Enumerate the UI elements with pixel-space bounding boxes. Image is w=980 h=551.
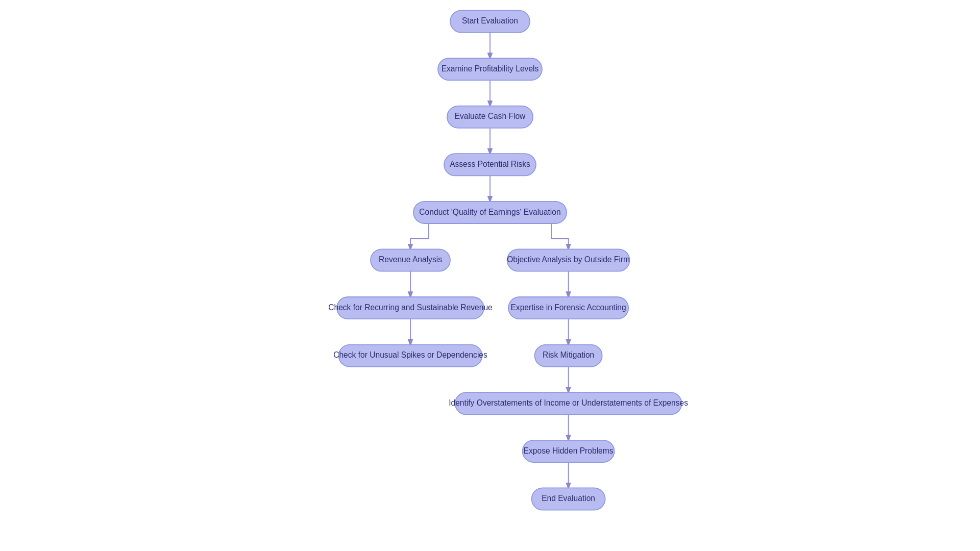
label-objective: Objective Analysis by Outside Firm xyxy=(507,255,630,264)
label-examine: Examine Profitability Levels xyxy=(442,64,539,73)
label-start: Start Evaluation xyxy=(462,16,518,25)
label-identify: Identify Overstatements of Income or Und… xyxy=(449,398,688,407)
label-end: End Evaluation xyxy=(542,494,595,503)
flowchart-container: Start Evaluation Examine Profitability L… xyxy=(0,0,980,551)
label-revenue: Revenue Analysis xyxy=(379,255,442,264)
label-conduct: Conduct 'Quality of Earnings' Evaluation xyxy=(419,208,560,216)
label-risk-mitigation: Risk Mitigation xyxy=(543,350,594,359)
arrow-conduct-objective xyxy=(551,223,569,249)
arrow-conduct-revenue xyxy=(410,223,429,249)
label-check-unusual: Check for Unusual Spikes or Dependencies xyxy=(333,350,487,359)
label-expertise: Expertise in Forensic Accounting xyxy=(510,303,626,312)
label-evaluate: Evaluate Cash Flow xyxy=(455,112,526,120)
label-check-recurring: Check for Recurring and Sustainable Reve… xyxy=(328,303,493,312)
label-expose: Expose Hidden Problems xyxy=(524,446,614,455)
label-assess: Assess Potential Risks xyxy=(450,160,530,168)
